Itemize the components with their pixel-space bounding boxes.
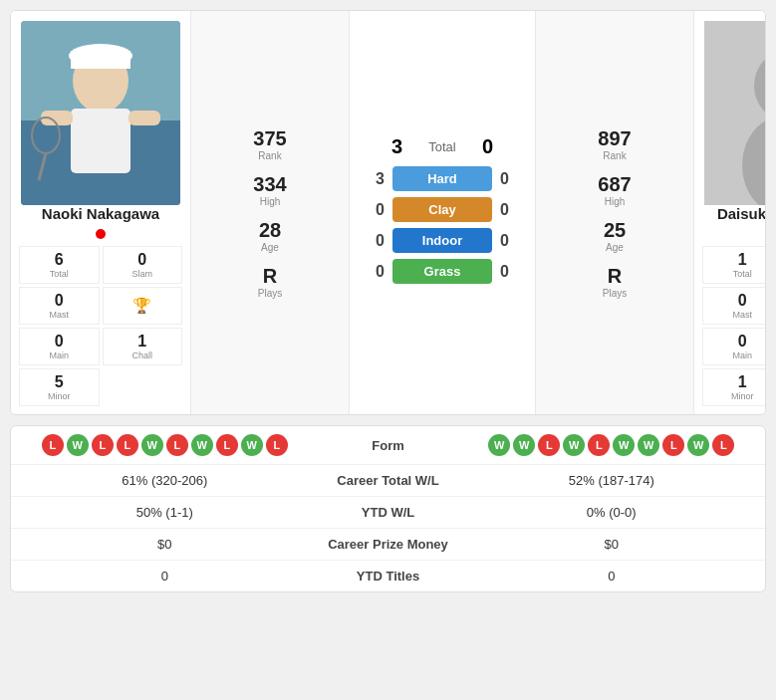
stat-total: 6 Total: [19, 246, 100, 284]
stat-slam: 0 Slam: [103, 246, 183, 284]
stat-minor-left: 5 Minor: [19, 368, 100, 406]
stat-chall: 1 Chall: [103, 328, 183, 365]
form-badge: W: [141, 434, 163, 456]
player-right-section: Daisuke Sumizawa 1 Total 0 Slam 0 Mast: [694, 11, 766, 414]
right-age-box: 25 Age: [541, 213, 688, 259]
form-badge: L: [216, 434, 238, 456]
comparison-card: Naoki Nakagawa 6 Total 0 Slam 0 Mast: [10, 10, 766, 415]
svg-rect-4: [71, 51, 130, 69]
stats-value-left: 0: [21, 569, 309, 583]
scores-panel: 3 Total 0 3 Hard 0 0 Clay 0 0 Indoor 0 0…: [350, 11, 535, 414]
stats-row: 50% (1-1) YTD W/L 0% (0-0): [11, 497, 765, 529]
center-panel-right: 897 Rank 687 High 25 Age R Plays: [535, 11, 694, 414]
stats-value-right: 0: [468, 569, 756, 583]
form-badge: W: [638, 434, 659, 456]
right-high-box: 687 High: [541, 167, 688, 213]
form-badge: W: [563, 434, 585, 456]
form-badge: L: [712, 434, 734, 456]
left-plays-box: R Plays: [196, 259, 344, 305]
right-stat-total: 1 Total: [702, 246, 766, 284]
player-right-name: Daisuke Sumizawa: [717, 205, 766, 222]
surface-row-indoor: 0 Indoor 0: [355, 228, 530, 253]
stat-mast: 0 Mast: [19, 287, 100, 325]
trophy-icon-left: 🏆: [132, 297, 151, 315]
form-row: LWLLWLWLWL Form WWLWLWWLWL: [11, 426, 765, 465]
main-container: Naoki Nakagawa 6 Total 0 Slam 0 Mast: [0, 0, 776, 606]
left-rank-box: 375 Rank: [196, 121, 344, 167]
right-stat-mast: 0 Mast: [702, 287, 766, 325]
stat-main: 0 Main: [19, 328, 100, 365]
player-left-section: Naoki Nakagawa 6 Total 0 Slam 0 Mast: [11, 11, 190, 414]
form-badge: W: [67, 434, 89, 456]
stats-value-right: 52% (187-174): [468, 473, 756, 488]
stats-row: 61% (320-206) Career Total W/L 52% (187-…: [11, 465, 765, 497]
form-badge: L: [266, 434, 288, 456]
form-badges-right: WWLWLWWLWL: [468, 434, 756, 456]
right-stat-main: 0 Main: [702, 328, 766, 365]
form-badge: L: [588, 434, 610, 456]
player-left-photo: [21, 21, 180, 205]
right-stat-minor: 1 Minor: [702, 368, 766, 406]
left-high-box: 334 High: [196, 167, 344, 213]
form-badge: L: [538, 434, 560, 456]
form-badges-left: LWLLWLWLWL: [21, 434, 309, 456]
form-badge: L: [662, 434, 684, 456]
total-score-row: 3 Total 0: [355, 135, 530, 158]
stats-value-left: 50% (1-1): [21, 505, 309, 520]
stats-value-left: $0: [21, 537, 309, 552]
form-badge: W: [191, 434, 213, 456]
stats-value-right: $0: [468, 537, 756, 552]
form-badge: W: [687, 434, 709, 456]
svg-rect-5: [71, 109, 130, 173]
form-badge: W: [488, 434, 510, 456]
stat-trophy-left: 🏆: [103, 287, 183, 325]
surface-row-clay: 0 Clay 0: [355, 197, 530, 222]
stats-row-label: YTD Titles: [309, 569, 468, 583]
stats-row-label: Career Total W/L: [309, 473, 468, 488]
svg-rect-7: [129, 111, 160, 125]
stats-row: 0 YTD Titles 0: [11, 561, 765, 591]
player-right-stats: 1 Total 0 Slam 0 Mast 🏆 0 Main: [702, 246, 766, 406]
form-badge: W: [613, 434, 635, 456]
right-plays-box: R Plays: [541, 259, 688, 305]
center-panel-left: 375 Rank 334 High 28 Age R Plays: [190, 11, 350, 414]
player-left-flag: [96, 229, 106, 239]
surface-row-grass: 0 Grass 0: [355, 259, 530, 284]
stats-value-right: 0% (0-0): [468, 505, 756, 520]
right-rank-box: 897 Rank: [541, 121, 688, 167]
player-left-stats: 6 Total 0 Slam 0 Mast 🏆 0 Main: [19, 246, 182, 406]
form-label: Form: [309, 438, 468, 453]
left-age-box: 28 Age: [196, 213, 344, 259]
surface-rows: 3 Hard 0 0 Clay 0 0 Indoor 0 0 Grass 0: [355, 166, 530, 290]
stats-row-label: Career Prize Money: [309, 537, 468, 552]
form-badge: W: [513, 434, 535, 456]
form-badge: L: [117, 434, 138, 456]
form-badge: L: [42, 434, 64, 456]
surface-row-hard: 3 Hard 0: [355, 166, 530, 191]
player-left-name: Naoki Nakagawa: [42, 205, 159, 222]
player-right-photo: [704, 21, 766, 205]
stats-row: $0 Career Prize Money $0: [11, 529, 765, 561]
stats-value-left: 61% (320-206): [21, 473, 309, 488]
form-badge: L: [92, 434, 114, 456]
form-badge: L: [166, 434, 188, 456]
form-badge: W: [241, 434, 263, 456]
form-section: LWLLWLWLWL Form WWLWLWWLWL 61% (320-206)…: [10, 425, 766, 592]
stats-row-label: YTD W/L: [309, 505, 468, 520]
stats-rows: 61% (320-206) Career Total W/L 52% (187-…: [11, 465, 765, 591]
